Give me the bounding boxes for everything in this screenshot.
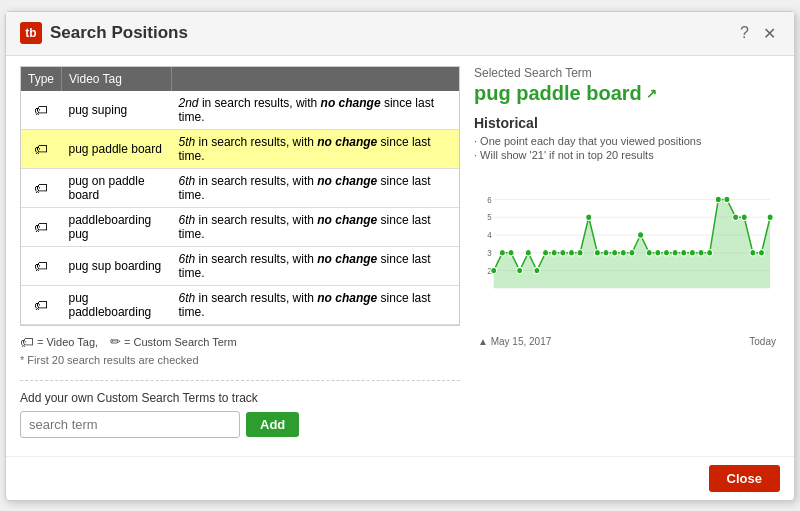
row-desc: 5th in search results, with no change si… [172,129,459,168]
help-button[interactable]: ? [736,22,753,44]
svg-point-17 [551,249,557,255]
table-row[interactable]: 🏷pug paddle board5th in search results, … [21,129,459,168]
svg-text:6: 6 [487,195,492,204]
svg-point-36 [715,196,721,202]
row-type-icon: 🏷 [21,129,62,168]
svg-point-14 [525,249,531,255]
svg-point-41 [759,249,765,255]
svg-point-38 [733,214,739,220]
legend-video-tag: 🏷 = Video Tag, [20,334,98,350]
table-row[interactable]: 🏷paddleboarding pug6th in search results… [21,207,459,246]
historical-notes: · One point each day that you viewed pos… [474,135,780,163]
svg-point-34 [698,249,704,255]
row-name: pug sup boarding [62,246,172,285]
svg-point-40 [750,249,756,255]
dialog-footer: Close [6,456,794,500]
svg-point-32 [681,249,687,255]
table-row[interactable]: 🏷pug suping2nd in search results, with n… [21,91,459,130]
tb-logo-icon: tb [20,22,42,44]
close-button[interactable]: Close [709,465,780,492]
svg-point-12 [508,249,514,255]
row-type-icon: 🏷 [21,168,62,207]
row-name: pug suping [62,91,172,130]
row-name: pug on paddle board [62,168,172,207]
row-desc: 6th in search results, with no change si… [172,285,459,324]
row-desc: 6th in search results, with no change si… [172,168,459,207]
row-desc: 2nd in search results, with no change si… [172,91,459,130]
search-term-input[interactable] [20,411,240,438]
close-x-button[interactable]: ✕ [759,22,780,45]
note-text: * First 20 search results are checked [20,354,460,366]
dialog-title: Search Positions [50,23,728,43]
custom-search-label: Add your own Custom Search Terms to trac… [20,391,460,405]
external-link-icon[interactable]: ↗ [646,86,657,101]
search-table: Type Video Tag 🏷pug suping2nd in search … [21,67,459,325]
svg-point-23 [603,249,609,255]
row-type-icon: 🏷 [21,246,62,285]
svg-point-35 [707,249,713,255]
col-header-type: Type [21,67,62,91]
historical-note2: · Will show '21' if not in top 20 result… [474,149,780,161]
tag-icon-legend: 🏷 [20,334,34,350]
historical-chart: 23456 [474,171,780,331]
row-desc: 6th in search results, with no change si… [172,246,459,285]
svg-point-26 [629,249,635,255]
svg-point-30 [664,249,670,255]
svg-point-22 [594,249,600,255]
search-positions-dialog: tb Search Positions ? ✕ Type Video Tag [5,11,795,501]
row-desc: 6th in search results, with no change si… [172,207,459,246]
historical-title: Historical [474,115,780,131]
svg-point-20 [577,249,583,255]
dialog-header: tb Search Positions ? ✕ [6,12,794,56]
chart-start-label: ▲ May 15, 2017 [478,336,551,347]
custom-search-section: Add your own Custom Search Terms to trac… [20,380,460,438]
col-header-videotag: Video Tag [62,67,172,91]
svg-point-21 [586,214,592,220]
svg-point-39 [741,214,747,220]
svg-point-16 [543,249,549,255]
svg-point-31 [672,249,678,255]
svg-point-24 [612,249,618,255]
svg-text:4: 4 [487,230,492,239]
row-type-icon: 🏷 [21,91,62,130]
row-name: paddleboarding pug [62,207,172,246]
svg-point-37 [724,196,730,202]
historical-note1: · One point each day that you viewed pos… [474,135,780,147]
selected-term-value: pug paddle board ↗ [474,82,780,105]
svg-text:3: 3 [487,248,492,257]
svg-point-18 [560,249,566,255]
right-panel: Selected Search Term pug paddle board ↗ … [474,66,780,446]
legend-custom-term: ✏ = Custom Search Term [110,334,237,349]
chart-end-label: Today [749,336,776,347]
pencil-icon-legend: ✏ [110,334,121,349]
col-header-desc [172,67,459,91]
table-row[interactable]: 🏷pug sup boarding6th in search results, … [21,246,459,285]
svg-point-13 [517,267,523,273]
legend-custom-term-label: = Custom Search Term [124,336,237,348]
add-button[interactable]: Add [246,412,299,437]
row-type-icon: 🏷 [21,285,62,324]
chart-container: 23456 ▲ May 15, 2017 Today [474,171,780,331]
table-row[interactable]: 🏷pug on paddle board6th in search result… [21,168,459,207]
svg-point-29 [655,249,661,255]
svg-point-42 [767,214,773,220]
svg-point-33 [689,249,695,255]
header-actions: ? ✕ [736,22,780,45]
svg-point-28 [646,249,652,255]
legend: 🏷 = Video Tag, ✏ = Custom Search Term [20,334,460,350]
custom-search-row: Add [20,411,460,438]
svg-text:5: 5 [487,213,492,222]
svg-point-19 [569,249,575,255]
dialog-body: Type Video Tag 🏷pug suping2nd in search … [6,56,794,456]
svg-point-10 [491,267,497,273]
row-type-icon: 🏷 [21,207,62,246]
table-scroll-wrapper[interactable]: Type Video Tag 🏷pug suping2nd in search … [20,66,460,326]
left-panel: Type Video Tag 🏷pug suping2nd in search … [20,66,460,446]
table-row[interactable]: 🏷pug paddleboarding6th in search results… [21,285,459,324]
svg-point-25 [620,249,626,255]
row-name: pug paddleboarding [62,285,172,324]
selected-term-label: Selected Search Term [474,66,780,80]
svg-point-11 [499,249,505,255]
legend-video-tag-label: = Video Tag, [37,336,98,348]
svg-point-15 [534,267,540,273]
